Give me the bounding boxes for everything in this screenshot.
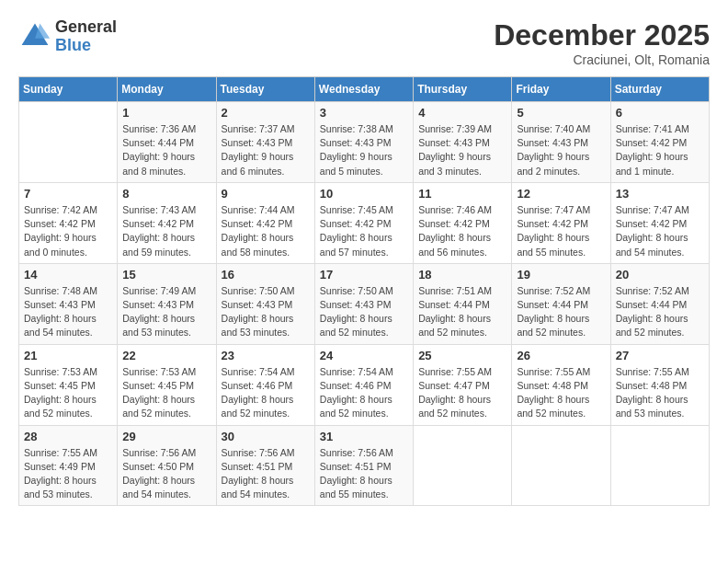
day-number: 6 (616, 106, 704, 120)
day-number: 31 (320, 430, 408, 443)
day-number: 8 (122, 187, 210, 201)
calendar-week-2: 7Sunrise: 7:42 AMSunset: 4:42 PMDaylight… (19, 182, 710, 263)
calendar-cell: 27Sunrise: 7:55 AMSunset: 4:48 PMDayligh… (610, 344, 709, 425)
day-number: 17 (320, 268, 408, 282)
weekday-header-wednesday: Wednesday (314, 77, 413, 102)
weekday-header-friday: Friday (512, 77, 610, 102)
calendar-cell: 23Sunrise: 7:54 AMSunset: 4:46 PMDayligh… (216, 344, 314, 425)
day-detail: Sunrise: 7:52 AMSunset: 4:44 PMDaylight:… (616, 284, 704, 340)
day-number: 30 (222, 430, 310, 443)
day-detail: Sunrise: 7:44 AMSunset: 4:42 PMDaylight:… (222, 203, 310, 259)
calendar-cell: 7Sunrise: 7:42 AMSunset: 4:42 PMDaylight… (19, 182, 118, 263)
day-detail: Sunrise: 7:47 AMSunset: 4:42 PMDaylight:… (616, 203, 704, 259)
logo-blue-text: Blue (55, 37, 117, 55)
calendar-cell: 6Sunrise: 7:41 AMSunset: 4:42 PMDaylight… (610, 102, 709, 183)
day-detail: Sunrise: 7:55 AMSunset: 4:48 PMDaylight:… (616, 365, 704, 421)
calendar-cell: 1Sunrise: 7:36 AMSunset: 4:44 PMDaylight… (118, 102, 216, 183)
calendar-cell: 10Sunrise: 7:45 AMSunset: 4:42 PMDayligh… (314, 182, 413, 263)
day-number: 13 (616, 187, 704, 201)
day-detail: Sunrise: 7:50 AMSunset: 4:43 PMDaylight:… (222, 284, 310, 340)
day-detail: Sunrise: 7:43 AMSunset: 4:42 PMDaylight:… (122, 203, 210, 259)
day-number: 3 (320, 106, 408, 120)
day-detail: Sunrise: 7:42 AMSunset: 4:42 PMDaylight:… (24, 203, 112, 259)
calendar-cell: 24Sunrise: 7:54 AMSunset: 4:46 PMDayligh… (314, 344, 413, 425)
calendar-cell: 14Sunrise: 7:48 AMSunset: 4:43 PMDayligh… (19, 263, 118, 344)
day-number: 22 (122, 349, 210, 362)
day-detail: Sunrise: 7:50 AMSunset: 4:43 PMDaylight:… (320, 284, 408, 340)
day-number: 15 (122, 268, 210, 282)
day-detail: Sunrise: 7:51 AMSunset: 4:44 PMDaylight:… (418, 284, 506, 340)
day-detail: Sunrise: 7:49 AMSunset: 4:43 PMDaylight:… (122, 284, 210, 340)
day-detail: Sunrise: 7:38 AMSunset: 4:43 PMDaylight:… (320, 122, 408, 178)
calendar-cell: 29Sunrise: 7:56 AMSunset: 4:50 PMDayligh… (118, 425, 216, 506)
calendar-cell: 13Sunrise: 7:47 AMSunset: 4:42 PMDayligh… (610, 182, 709, 263)
weekday-header-sunday: Sunday (19, 77, 118, 102)
calendar-cell (19, 102, 118, 183)
logo: General Blue (18, 18, 117, 55)
day-number: 18 (418, 268, 506, 282)
calendar-cell: 22Sunrise: 7:53 AMSunset: 4:45 PMDayligh… (118, 344, 216, 425)
day-detail: Sunrise: 7:41 AMSunset: 4:42 PMDaylight:… (616, 122, 704, 178)
day-detail: Sunrise: 7:56 AMSunset: 4:51 PMDaylight:… (320, 446, 408, 502)
day-detail: Sunrise: 7:36 AMSunset: 4:44 PMDaylight:… (122, 122, 210, 178)
day-number: 24 (320, 349, 408, 362)
month-title: December 2025 (494, 18, 710, 52)
calendar-cell: 9Sunrise: 7:44 AMSunset: 4:42 PMDaylight… (216, 182, 314, 263)
day-detail: Sunrise: 7:40 AMSunset: 4:43 PMDaylight:… (517, 122, 605, 178)
day-number: 27 (616, 349, 704, 362)
day-detail: Sunrise: 7:45 AMSunset: 4:42 PMDaylight:… (320, 203, 408, 259)
day-number: 19 (517, 268, 605, 282)
page-header: General Blue December 2025 Craciunei, Ol… (18, 18, 710, 67)
day-number: 20 (616, 268, 704, 282)
calendar-cell (414, 425, 512, 506)
day-number: 4 (418, 106, 506, 120)
location-text: Craciunei, Olt, Romania (494, 52, 710, 67)
day-detail: Sunrise: 7:39 AMSunset: 4:43 PMDaylight:… (418, 122, 506, 178)
day-number: 9 (222, 187, 310, 201)
calendar-cell: 18Sunrise: 7:51 AMSunset: 4:44 PMDayligh… (414, 263, 512, 344)
day-number: 16 (222, 268, 310, 282)
calendar-week-5: 28Sunrise: 7:55 AMSunset: 4:49 PMDayligh… (19, 425, 710, 506)
logo-general-text: General (55, 18, 117, 37)
day-number: 26 (517, 349, 605, 362)
calendar-cell: 28Sunrise: 7:55 AMSunset: 4:49 PMDayligh… (19, 425, 118, 506)
day-detail: Sunrise: 7:54 AMSunset: 4:46 PMDaylight:… (222, 365, 310, 421)
day-number: 11 (418, 187, 506, 201)
day-number: 29 (122, 430, 210, 443)
calendar-cell: 16Sunrise: 7:50 AMSunset: 4:43 PMDayligh… (216, 263, 314, 344)
calendar-cell: 4Sunrise: 7:39 AMSunset: 4:43 PMDaylight… (414, 102, 512, 183)
day-detail: Sunrise: 7:53 AMSunset: 4:45 PMDaylight:… (24, 365, 112, 421)
day-number: 1 (122, 106, 210, 120)
day-number: 23 (222, 349, 310, 362)
calendar-cell (610, 425, 709, 506)
calendar-cell: 26Sunrise: 7:55 AMSunset: 4:48 PMDayligh… (512, 344, 610, 425)
day-detail: Sunrise: 7:52 AMSunset: 4:44 PMDaylight:… (517, 284, 605, 340)
day-number: 5 (517, 106, 605, 120)
calendar-cell: 31Sunrise: 7:56 AMSunset: 4:51 PMDayligh… (314, 425, 413, 506)
day-detail: Sunrise: 7:56 AMSunset: 4:50 PMDaylight:… (122, 446, 210, 502)
calendar-table: SundayMondayTuesdayWednesdayThursdayFrid… (18, 76, 710, 506)
day-detail: Sunrise: 7:55 AMSunset: 4:49 PMDaylight:… (24, 446, 112, 502)
day-number: 25 (418, 349, 506, 362)
calendar-cell: 20Sunrise: 7:52 AMSunset: 4:44 PMDayligh… (610, 263, 709, 344)
calendar-week-3: 14Sunrise: 7:48 AMSunset: 4:43 PMDayligh… (19, 263, 710, 344)
day-detail: Sunrise: 7:55 AMSunset: 4:48 PMDaylight:… (517, 365, 605, 421)
day-detail: Sunrise: 7:54 AMSunset: 4:46 PMDaylight:… (320, 365, 408, 421)
day-number: 7 (24, 187, 112, 201)
day-detail: Sunrise: 7:46 AMSunset: 4:42 PMDaylight:… (418, 203, 506, 259)
weekday-header-monday: Monday (118, 77, 216, 102)
calendar-cell (512, 425, 610, 506)
calendar-cell: 11Sunrise: 7:46 AMSunset: 4:42 PMDayligh… (414, 182, 512, 263)
calendar-cell: 25Sunrise: 7:55 AMSunset: 4:47 PMDayligh… (414, 344, 512, 425)
calendar-cell: 30Sunrise: 7:56 AMSunset: 4:51 PMDayligh… (216, 425, 314, 506)
calendar-cell: 12Sunrise: 7:47 AMSunset: 4:42 PMDayligh… (512, 182, 610, 263)
day-detail: Sunrise: 7:53 AMSunset: 4:45 PMDaylight:… (122, 365, 210, 421)
calendar-cell: 3Sunrise: 7:38 AMSunset: 4:43 PMDaylight… (314, 102, 413, 183)
day-number: 21 (24, 349, 112, 362)
day-detail: Sunrise: 7:48 AMSunset: 4:43 PMDaylight:… (24, 284, 112, 340)
calendar-cell: 15Sunrise: 7:49 AMSunset: 4:43 PMDayligh… (118, 263, 216, 344)
calendar-cell: 8Sunrise: 7:43 AMSunset: 4:42 PMDaylight… (118, 182, 216, 263)
calendar-header-row: SundayMondayTuesdayWednesdayThursdayFrid… (19, 77, 710, 102)
calendar-cell: 21Sunrise: 7:53 AMSunset: 4:45 PMDayligh… (19, 344, 118, 425)
day-detail: Sunrise: 7:37 AMSunset: 4:43 PMDaylight:… (222, 122, 310, 178)
